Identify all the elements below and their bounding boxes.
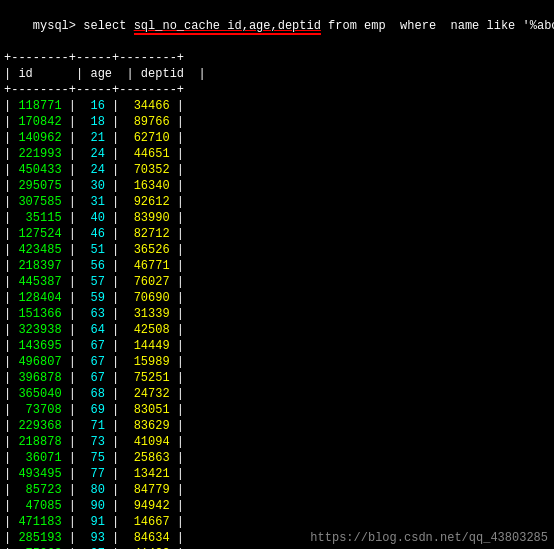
table-row: | 143695 | 67 | 14449 | (4, 338, 550, 354)
pipe: | (62, 195, 84, 209)
cell-id: 323938 (18, 323, 61, 337)
pipe: | (4, 371, 18, 385)
cell-deptid: 44651 (126, 147, 169, 161)
cell-id: 295075 (18, 179, 61, 193)
pipe: | (170, 435, 184, 449)
cell-age: 40 (83, 211, 105, 225)
cell-id: 170842 (18, 115, 61, 129)
pipe: | (4, 323, 18, 337)
pipe: | (170, 275, 184, 289)
pipe: | (62, 371, 84, 385)
pipe: | (62, 131, 84, 145)
pipe: | (62, 355, 84, 369)
cell-id: 151366 (18, 307, 61, 321)
table-row: | 151366 | 63 | 31339 | (4, 306, 550, 322)
cell-deptid: 25863 (126, 451, 169, 465)
pipe: | (170, 387, 184, 401)
cell-age: 46 (83, 227, 105, 241)
cell-id: 445387 (18, 275, 61, 289)
cell-id: 73708 (18, 403, 61, 417)
cell-id: 143695 (18, 339, 61, 353)
pipe: | (170, 291, 184, 305)
cell-age: 51 (83, 243, 105, 257)
table-row: | 396878 | 67 | 75251 | (4, 370, 550, 386)
pipe: | (4, 483, 18, 497)
cell-age: 93 (83, 531, 105, 545)
cell-age: 24 (83, 163, 105, 177)
pipe: | (62, 531, 84, 545)
cell-deptid: 75251 (126, 371, 169, 385)
table-row: | 36071 | 75 | 25863 | (4, 450, 550, 466)
cell-age: 67 (83, 355, 105, 369)
pipe: | (105, 515, 127, 529)
table-row: | 218878 | 73 | 41094 | (4, 434, 550, 450)
table-row: | 365040 | 68 | 24732 | (4, 386, 550, 402)
pipe: | (62, 179, 84, 193)
cell-id: 127524 (18, 227, 61, 241)
table-row: | 35115 | 40 | 83990 | (4, 210, 550, 226)
pipe: | (170, 355, 184, 369)
pipe: | (170, 371, 184, 385)
table-row: | 118771 | 16 | 34466 | (4, 98, 550, 114)
pipe: | (4, 275, 18, 289)
pipe: | (4, 179, 18, 193)
pipe: | (105, 531, 127, 545)
table-row: | 307585 | 31 | 92612 | (4, 194, 550, 210)
cell-age: 75 (83, 451, 105, 465)
pipe: | (105, 403, 127, 417)
pipe: | (170, 531, 184, 545)
table-row: | 85723 | 80 | 84779 | (4, 482, 550, 498)
pipe: | (4, 515, 18, 529)
cmd-rest: from emp where name like '%abc'; (321, 19, 554, 33)
pipe: | (105, 435, 127, 449)
cell-id: 496807 (18, 355, 61, 369)
pipe: | (105, 179, 127, 193)
pipe: | (170, 195, 184, 209)
pipe: | (62, 435, 84, 449)
cell-deptid: 83051 (126, 403, 169, 417)
pipe: | (4, 211, 18, 225)
cell-deptid: 36526 (126, 243, 169, 257)
pipe: | (105, 99, 127, 113)
cell-deptid: 83629 (126, 419, 169, 433)
cell-id: 47085 (18, 499, 61, 513)
cell-deptid: 46771 (126, 259, 169, 273)
cell-deptid: 84779 (126, 483, 169, 497)
pipe: | (4, 499, 18, 513)
pipe: | (4, 307, 18, 321)
cell-id: 493495 (18, 467, 61, 481)
cell-deptid: 31339 (126, 307, 169, 321)
table-row: | 323938 | 64 | 42508 | (4, 322, 550, 338)
pipe: | (4, 467, 18, 481)
pipe: | (4, 291, 18, 305)
command-line: mysql> select sql_no_cache id,age,deptid… (4, 2, 550, 50)
pipe: | (105, 131, 127, 145)
pipe: | (4, 259, 18, 273)
cell-age: 71 (83, 419, 105, 433)
pipe: | (62, 99, 84, 113)
pipe: | (4, 531, 18, 545)
pipe: | (105, 451, 127, 465)
pipe: | (62, 227, 84, 241)
pipe: | (62, 275, 84, 289)
table-row: | 73708 | 69 | 83051 | (4, 402, 550, 418)
pipe: | (170, 499, 184, 513)
cell-age: 16 (83, 99, 105, 113)
cell-id: 128404 (18, 291, 61, 305)
pipe: | (62, 243, 84, 257)
pipe: | (105, 339, 127, 353)
cell-age: 73 (83, 435, 105, 449)
cell-id: 471183 (18, 515, 61, 529)
pipe: | (4, 227, 18, 241)
url-watermark: https://blog.csdn.net/qq_43803285 (310, 531, 548, 545)
cell-deptid: 14449 (126, 339, 169, 353)
pipe: | (4, 403, 18, 417)
cell-deptid: 62710 (126, 131, 169, 145)
cell-age: 67 (83, 339, 105, 353)
pipe: | (105, 419, 127, 433)
pipe: | (4, 147, 18, 161)
cell-age: 59 (83, 291, 105, 305)
pipe: | (62, 163, 84, 177)
pipe: | (170, 467, 184, 481)
pipe: | (105, 499, 127, 513)
